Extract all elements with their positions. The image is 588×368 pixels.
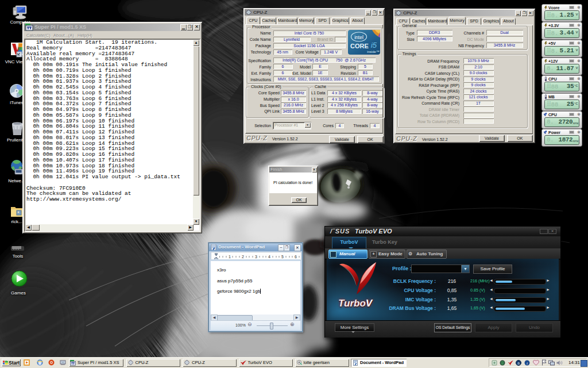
svg-text:1: 1 (229, 255, 231, 259)
svg-text:2: 2 (242, 255, 244, 259)
svg-text:i: i (527, 361, 528, 365)
svg-text:intel: intel (354, 34, 363, 40)
svg-text:4: 4 (268, 255, 270, 259)
svg-text:a: a (517, 361, 520, 365)
svg-text:6: 6 (295, 255, 297, 259)
svg-text:3: 3 (255, 255, 257, 259)
svg-text:i5: i5 (371, 41, 377, 49)
svg-text:CORE: CORE (350, 43, 369, 49)
svg-text:inside™: inside™ (367, 50, 380, 53)
svg-text:5: 5 (281, 255, 284, 259)
